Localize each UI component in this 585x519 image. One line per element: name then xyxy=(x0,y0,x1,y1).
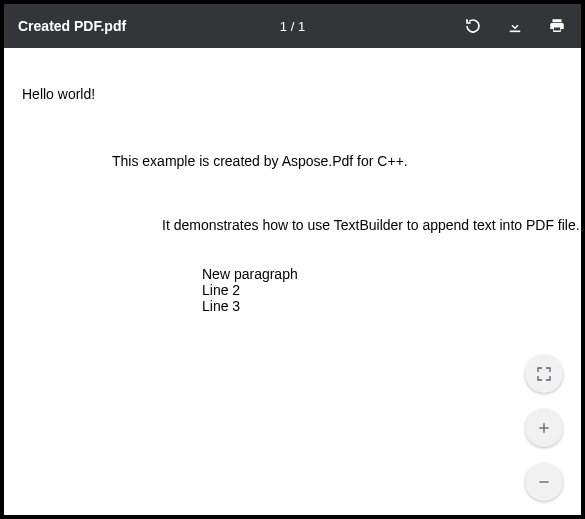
download-button[interactable] xyxy=(505,16,525,36)
zoom-out-button[interactable] xyxy=(525,463,563,501)
text-line: New paragraph xyxy=(202,266,298,282)
text-line: It demonstrates how to use TextBuilder t… xyxy=(162,217,580,233)
rotate-button[interactable] xyxy=(463,16,483,36)
toolbar: Created PDF.pdf 1 / 1 xyxy=(4,4,581,48)
zoom-in-icon xyxy=(536,420,552,436)
print-icon xyxy=(548,17,566,35)
fit-to-page-icon xyxy=(536,366,552,382)
print-button[interactable] xyxy=(547,16,567,36)
text-line: Line 2 xyxy=(202,282,240,298)
toolbar-actions xyxy=(463,16,567,36)
zoom-controls xyxy=(525,355,563,501)
text-line: Hello world! xyxy=(22,86,95,102)
svg-rect-0 xyxy=(510,31,521,33)
download-icon xyxy=(506,17,524,35)
rotate-icon xyxy=(464,17,482,35)
zoom-in-button[interactable] xyxy=(525,409,563,447)
page-indicator: 1 / 1 xyxy=(280,19,305,34)
pdf-viewer: Created PDF.pdf 1 / 1 xyxy=(4,4,581,515)
text-line: Line 3 xyxy=(202,298,240,314)
filename: Created PDF.pdf xyxy=(18,18,126,34)
pdf-page: Hello world! This example is created by … xyxy=(4,48,581,515)
zoom-out-icon xyxy=(536,474,552,490)
page-area: Hello world! This example is created by … xyxy=(4,48,581,515)
fit-to-page-button[interactable] xyxy=(525,355,563,393)
text-line: This example is created by Aspose.Pdf fo… xyxy=(112,153,408,169)
